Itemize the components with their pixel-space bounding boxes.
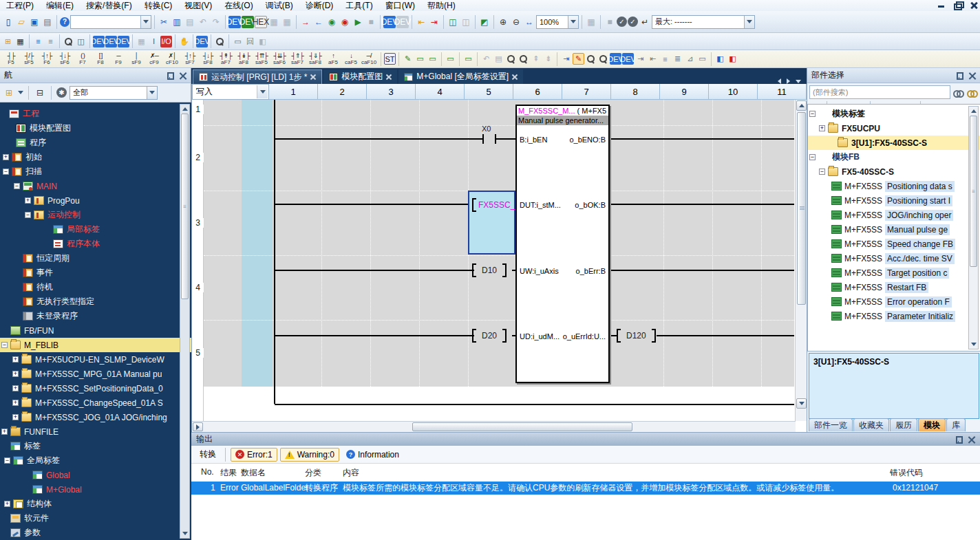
- device-jump-icon[interactable]: DEV: [622, 53, 634, 65]
- window-cascade-icon[interactable]: ◩: [478, 16, 491, 28]
- stop-icon[interactable]: ■: [604, 16, 616, 28]
- fb-list-item[interactable]: M+FX5SS JOG/inching oper: [808, 208, 980, 222]
- module-tree-item[interactable]: − FX5-40SSC-S: [808, 164, 980, 179]
- part-panel-tab[interactable]: 履历: [890, 418, 917, 431]
- expander-icon[interactable]: −: [14, 183, 20, 189]
- max-watch-combo[interactable]: 最大: -------: [652, 15, 755, 29]
- cut-icon[interactable]: ✂: [158, 16, 170, 28]
- new-icon[interactable]: ▯: [2, 16, 14, 28]
- contact-device-label[interactable]: X0: [482, 125, 491, 133]
- ladder-symbol-button[interactable]: ┤⇊├saF6: [270, 51, 288, 67]
- window-split2-icon[interactable]: ◫: [460, 16, 472, 28]
- menu-item[interactable]: 在线(O): [218, 0, 259, 11]
- module-chip-icon[interactable]: ▦: [14, 36, 26, 47]
- operand-d20[interactable]: D20: [472, 328, 507, 343]
- tab-scroll-left-icon[interactable]: [778, 78, 781, 84]
- module-tree-item[interactable]: 3[U1]:FX5-40SSC-S: [808, 136, 980, 150]
- ladder-symbol-button[interactable]: ( )F7: [74, 51, 92, 67]
- read-from-plc-icon[interactable]: ←: [312, 16, 325, 28]
- nav-tree-item[interactable]: 参数: [0, 526, 191, 540]
- ladder-symbol-button[interactable]: ┤⇑├saF7: [288, 51, 306, 67]
- expander-icon[interactable]: −: [809, 111, 816, 117]
- fb-list-item[interactable]: M+FX5SS Acc./dec. time SV: [808, 251, 980, 266]
- find-replace2-icon[interactable]: [597, 53, 609, 65]
- verify-monitor-icon[interactable]: ◉: [326, 16, 338, 28]
- nav-tree-item[interactable]: + M+FX5SSC_MPG_01A Manual pu: [0, 367, 191, 381]
- nav-tree-item[interactable]: 工程: [0, 107, 191, 121]
- close-panel-icon[interactable]: [180, 72, 187, 79]
- document-tab[interactable]: 模块配置图: [323, 69, 397, 84]
- nav-tree-item[interactable]: + 初始: [0, 150, 191, 164]
- nav-tree-item[interactable]: + M+FX5SSC_ChangeSpeed_01A S: [0, 396, 191, 410]
- part-panel-tab[interactable]: 部件一览: [809, 418, 853, 431]
- zoom-fit-icon[interactable]: ↔: [523, 16, 535, 28]
- io-assign-icon[interactable]: I/O: [160, 36, 172, 47]
- nav-tree-item[interactable]: − 运动控制: [0, 208, 191, 222]
- align2-icon[interactable]: ≣: [672, 53, 683, 65]
- fb-list-item[interactable]: M+FX5SS Error operation F: [808, 294, 980, 309]
- edit-mode-combo[interactable]: 写入: [192, 84, 269, 100]
- fb-block[interactable]: M_FX5SSC_M... ( M+FX5 Manual pulse gener…: [515, 105, 610, 383]
- check1-icon[interactable]: ✓: [617, 17, 627, 27]
- menu-item[interactable]: 帮助(H): [421, 0, 462, 11]
- nav-tree-item[interactable]: FB/FUN: [0, 323, 191, 338]
- nav-filter-combo[interactable]: 全部: [70, 86, 158, 100]
- module-tree-item[interactable]: + FX5UCPU: [808, 121, 980, 136]
- write-to-plc-icon[interactable]: →: [299, 16, 312, 28]
- nav-tree-item[interactable]: − M_FBLIB: [0, 338, 191, 352]
- ladder-symbol-button[interactable]: ┤↟├aF7: [217, 51, 235, 67]
- nav-tree-item[interactable]: 恒定周期: [0, 251, 191, 266]
- expander-icon[interactable]: +: [12, 414, 19, 420]
- nav-tree-item[interactable]: 无执行类型指定: [0, 294, 191, 309]
- comment-contact-icon[interactable]: ▭: [414, 53, 426, 65]
- nav-tree-item[interactable]: + M+FX5SSC_SetPositioningData_0: [0, 381, 191, 396]
- document-tab[interactable]: 运动控制 [PRG] [LD] 1步 *: [193, 69, 322, 84]
- menu-item[interactable]: 窗口(W): [379, 0, 421, 11]
- nav-tree-item[interactable]: + M+FX5SSC_JOG_01A JOG/inching: [0, 410, 191, 424]
- ladder-symbol-button[interactable]: ↑aF5: [324, 51, 342, 67]
- nav-tree-item[interactable]: 软元件: [0, 511, 191, 526]
- menu-item[interactable]: 工具(T): [339, 0, 379, 11]
- warning-filter-button[interactable]: Warning:0: [280, 448, 339, 462]
- nav-tree-item[interactable]: M+Global: [0, 482, 191, 497]
- pin-icon[interactable]: [955, 72, 962, 80]
- module-tree-item[interactable]: − 模块FB: [808, 150, 980, 164]
- ladder-symbol-button[interactable]: ┤/├sF5: [20, 51, 38, 67]
- part-search-input[interactable]: (部件搜索): [809, 85, 950, 99]
- expander-icon[interactable]: −: [819, 169, 825, 175]
- search-device-icon[interactable]: [214, 36, 226, 47]
- list-dotted-icon[interactable]: ≡: [45, 36, 56, 47]
- expander-icon[interactable]: +: [1, 429, 8, 435]
- tab-close-icon[interactable]: [310, 74, 316, 80]
- ladder-symbol-button[interactable]: ─/caF10: [360, 51, 378, 67]
- ladder-symbol-button[interactable]: ✗│cF10: [163, 51, 181, 67]
- monitor-run-icon[interactable]: ▶: [352, 16, 364, 28]
- close-panel-icon[interactable]: [969, 72, 976, 79]
- open-icon[interactable]: ▱: [15, 16, 28, 28]
- window-split-icon[interactable]: ◫: [447, 16, 459, 28]
- insert-row-icon[interactable]: ⇞: [530, 53, 542, 65]
- tab-close-icon[interactable]: [386, 74, 392, 80]
- paste-icon[interactable]: ▤: [184, 16, 196, 28]
- watch-window-icon[interactable]: ▦: [585, 16, 597, 28]
- part-panel-tab[interactable]: 库: [946, 418, 966, 431]
- menu-item[interactable]: 视图(V): [178, 0, 218, 11]
- label-edit-icon[interactable]: I: [148, 36, 160, 47]
- zoom-out-icon[interactable]: ⊖: [510, 16, 522, 28]
- docking-window-icon[interactable]: ▭: [232, 36, 244, 47]
- expander-icon[interactable]: −: [25, 212, 31, 218]
- wrap-lines-icon[interactable]: ⇥: [560, 53, 572, 65]
- monitor-pause-icon[interactable]: ■: [365, 16, 377, 28]
- hex-monitor-icon[interactable]: HEX: [255, 16, 267, 28]
- expander-icon[interactable]: −: [3, 169, 9, 175]
- search-down-icon[interactable]: [953, 88, 964, 97]
- nav-tree-item[interactable]: 未登录程序: [0, 309, 191, 323]
- chart2-icon[interactable]: ▭: [696, 53, 708, 65]
- print-icon[interactable]: ▤: [41, 16, 54, 28]
- save-icon[interactable]: ▣: [28, 16, 41, 28]
- fb-list-item[interactable]: M+FX5SS Positioning start I: [808, 193, 980, 208]
- error-filter-button[interactable]: ✕ Error:1: [231, 448, 277, 462]
- tree-display-dropdown[interactable]: [18, 91, 23, 94]
- zoom-in-icon[interactable]: ⊕: [497, 16, 509, 28]
- ladder-symbol-button[interactable]: ┤↑├sF7: [181, 51, 199, 67]
